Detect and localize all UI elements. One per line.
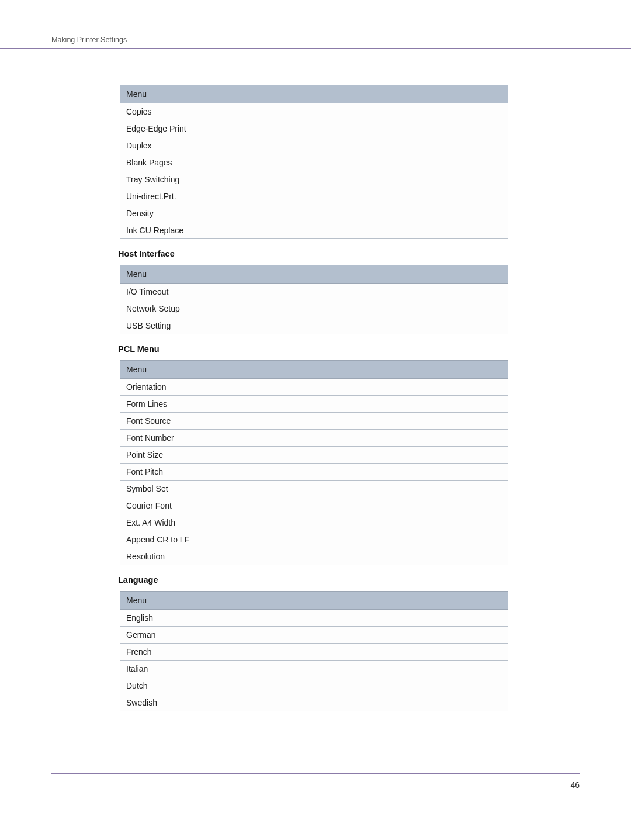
page-header: Making Printer Settings xyxy=(0,0,631,49)
table-row: Dutch xyxy=(120,677,508,694)
table-cell: Symbol Set xyxy=(120,481,508,497)
table-row: Uni-direct.Prt. xyxy=(120,188,508,205)
table-row: Orientation xyxy=(120,379,508,396)
table-cell: I/O Timeout xyxy=(120,284,508,300)
table-row: Append CR to LF xyxy=(120,531,508,548)
section-heading: PCL Menu xyxy=(118,344,508,354)
table-cell: Blank Pages xyxy=(120,154,508,171)
table-row: Ext. A4 Width xyxy=(120,514,508,531)
table-row: Form Lines xyxy=(120,396,508,413)
table-cell: Swedish xyxy=(120,694,508,711)
table-header: Menu xyxy=(120,592,508,610)
table-cell: Network Setup xyxy=(120,300,508,317)
table-cell: Italian xyxy=(120,661,508,677)
table-row: Font Pitch xyxy=(120,464,508,481)
menu-table-0: Menu Copies Edge-Edge Print Duplex Blank… xyxy=(120,85,508,239)
table-cell: Duplex xyxy=(120,137,508,154)
table-row: French xyxy=(120,644,508,661)
table-cell: French xyxy=(120,644,508,661)
table-header: Menu xyxy=(120,265,508,284)
table-cell: Dutch xyxy=(120,677,508,694)
table-row: Resolution xyxy=(120,548,508,565)
table-cell: Font Number xyxy=(120,430,508,447)
table-cell: Edge-Edge Print xyxy=(120,120,508,137)
table-cell: Font Source xyxy=(120,413,508,430)
table-row: Blank Pages xyxy=(120,154,508,171)
table-cell: Ink CU Replace xyxy=(120,222,508,239)
table-row: Italian xyxy=(120,661,508,677)
table-cell: English xyxy=(120,610,508,627)
page-footer: 46 xyxy=(51,773,580,790)
table-row: USB Setting xyxy=(120,317,508,334)
table-cell: Resolution xyxy=(120,548,508,565)
main-content: Menu Copies Edge-Edge Print Duplex Blank… xyxy=(0,49,631,711)
table-cell: Font Pitch xyxy=(120,464,508,481)
table-row: Edge-Edge Print xyxy=(120,120,508,137)
section-0: Menu Copies Edge-Edge Print Duplex Blank… xyxy=(120,85,508,239)
section-heading: Language xyxy=(118,575,508,585)
table-cell: Ext. A4 Width xyxy=(120,514,508,531)
section-3: Menu English German French Italian Dutch… xyxy=(120,591,508,711)
table-row: Density xyxy=(120,205,508,222)
table-row: Point Size xyxy=(120,447,508,464)
table-cell: Orientation xyxy=(120,379,508,396)
table-row: German xyxy=(120,627,508,644)
table-cell: Append CR to LF xyxy=(120,531,508,548)
table-cell: Uni-direct.Prt. xyxy=(120,188,508,205)
table-row: Courier Font xyxy=(120,497,508,514)
menu-table-1: Menu I/O Timeout Network Setup USB Setti… xyxy=(120,265,508,334)
table-cell: Form Lines xyxy=(120,396,508,413)
table-cell: Density xyxy=(120,205,508,222)
table-header: Menu xyxy=(120,361,508,379)
table-row: English xyxy=(120,610,508,627)
table-row: Copies xyxy=(120,103,508,120)
table-header: Menu xyxy=(120,85,508,103)
section-2: Menu Orientation Form Lines Font Source … xyxy=(120,360,508,565)
header-title: Making Printer Settings xyxy=(51,36,127,44)
table-cell: Copies xyxy=(120,103,508,120)
table-row: Symbol Set xyxy=(120,481,508,497)
table-row: Font Source xyxy=(120,413,508,430)
table-row: Swedish xyxy=(120,694,508,711)
menu-table-2: Menu Orientation Form Lines Font Source … xyxy=(120,360,508,565)
table-row: Network Setup xyxy=(120,300,508,317)
section-heading: Host Interface xyxy=(118,249,508,258)
page-number: 46 xyxy=(570,780,580,790)
table-cell: German xyxy=(120,627,508,644)
table-cell: Courier Font xyxy=(120,497,508,514)
table-row: Font Number xyxy=(120,430,508,447)
table-cell: USB Setting xyxy=(120,317,508,334)
table-row: I/O Timeout xyxy=(120,284,508,300)
table-row: Duplex xyxy=(120,137,508,154)
table-cell: Point Size xyxy=(120,447,508,464)
section-1: Menu I/O Timeout Network Setup USB Setti… xyxy=(120,265,508,334)
table-row: Tray Switching xyxy=(120,171,508,188)
table-cell: Tray Switching xyxy=(120,171,508,188)
menu-table-3: Menu English German French Italian Dutch… xyxy=(120,591,508,711)
table-row: Ink CU Replace xyxy=(120,222,508,239)
